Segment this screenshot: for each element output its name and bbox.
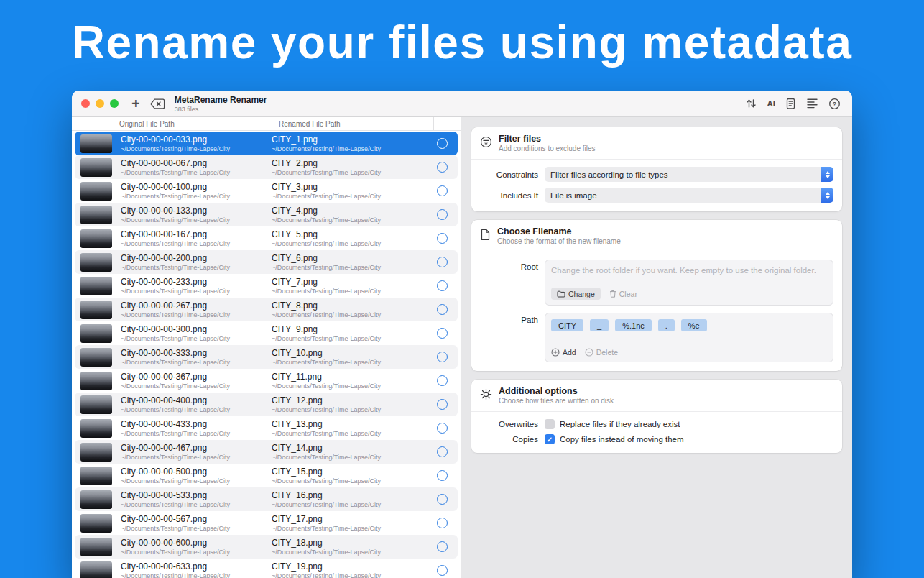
renamed-path: ~/Documents/Testing/Time-Lapse/City	[272, 406, 427, 413]
row-select-radio[interactable]	[437, 304, 448, 315]
sort-icon[interactable]	[745, 98, 757, 109]
includes-if-select[interactable]: File is image	[545, 188, 833, 203]
table-row[interactable]: City-00-00-00-533.png ~/Documents/Testin…	[75, 487, 458, 511]
row-select-radio[interactable]	[437, 209, 448, 220]
table-row[interactable]: City-00-00-00-400.png ~/Documents/Testin…	[75, 393, 458, 416]
table-row[interactable]: City-00-00-00-333.png ~/Documents/Testin…	[75, 345, 458, 369]
original-filename: City-00-00-00-433.png	[121, 419, 257, 429]
original-filename: City-00-00-00-367.png	[121, 372, 257, 382]
renamed-filename: CITY_10.png	[272, 348, 427, 358]
path-token[interactable]: .	[658, 319, 675, 331]
folder-icon	[557, 290, 565, 298]
row-select-radio[interactable]	[437, 352, 448, 362]
original-path: ~/Documents/Testing/Time-Lapse/City	[121, 359, 257, 366]
row-select-radio[interactable]	[437, 399, 448, 410]
renamed-path: ~/Documents/Testing/Time-Lapse/City	[272, 264, 427, 271]
table-row[interactable]: City-00-00-00-133.png ~/Documents/Testin…	[75, 203, 458, 226]
path-token[interactable]: CITY	[551, 319, 583, 331]
erase-left-icon[interactable]	[150, 98, 165, 109]
table-row[interactable]: City-00-00-00-100.png ~/Documents/Testin…	[75, 179, 458, 203]
renamed-filename: CITY_12.png	[272, 395, 427, 405]
renamed-path: ~/Documents/Testing/Time-Lapse/City	[272, 216, 427, 224]
minimize-button[interactable]	[96, 99, 104, 108]
list-icon[interactable]	[806, 98, 818, 109]
document-icon	[480, 229, 491, 244]
table-row[interactable]: City-00-00-00-067.png ~/Documents/Testin…	[75, 155, 458, 179]
renamed-filename: CITY_16.png	[272, 490, 427, 500]
row-select-radio[interactable]	[437, 494, 448, 505]
table-row[interactable]: City-00-00-00-633.png ~/Documents/Testin…	[75, 559, 458, 578]
table-row[interactable]: City-00-00-00-033.png ~/Documents/Testin…	[75, 132, 458, 155]
copies-label: Copies	[480, 435, 545, 444]
row-select-radio[interactable]	[437, 375, 448, 386]
path-token[interactable]: %e	[681, 319, 707, 331]
table-row[interactable]: City-00-00-00-600.png ~/Documents/Testin…	[75, 535, 458, 559]
row-select-radio[interactable]	[437, 423, 448, 434]
choose-filename-card: Choose Filename Choose the format of the…	[471, 220, 842, 371]
file-thumbnail	[80, 490, 112, 509]
table-row[interactable]: City-00-00-00-167.png ~/Documents/Testin…	[75, 226, 458, 250]
root-folder-input[interactable]: Change the root folder if you want. Keep…	[551, 266, 827, 283]
renamed-filename: CITY_17.png	[272, 514, 427, 524]
row-select-radio[interactable]	[437, 185, 448, 196]
table-row[interactable]: City-00-00-00-267.png ~/Documents/Testin…	[75, 298, 458, 321]
row-select-radio[interactable]	[437, 541, 448, 552]
table-row[interactable]: City-00-00-00-200.png ~/Documents/Testin…	[75, 250, 458, 274]
delete-token-button[interactable]: Delete	[585, 348, 618, 357]
path-tokens: CITY_%.1nc.%e	[551, 319, 827, 334]
renamed-filename: CITY_8.png	[272, 301, 427, 311]
options-card-subtitle: Choose how files are written on disk	[499, 397, 614, 405]
original-filename: City-00-00-00-233.png	[121, 277, 257, 287]
help-icon[interactable]: ?	[828, 98, 841, 110]
constraints-label: Constraints	[480, 170, 545, 179]
overwrites-checkbox[interactable]	[545, 419, 555, 429]
row-select-radio[interactable]	[437, 257, 448, 267]
table-row[interactable]: City-00-00-00-367.png ~/Documents/Testin…	[75, 369, 458, 393]
traffic-lights	[72, 99, 119, 108]
original-path: ~/Documents/Testing/Time-Lapse/City	[121, 501, 257, 508]
path-token[interactable]: %.1nc	[615, 319, 652, 331]
renamed-path: ~/Documents/Testing/Time-Lapse/City	[272, 382, 427, 390]
file-thumbnail	[80, 443, 112, 462]
row-select-radio[interactable]	[437, 328, 448, 339]
row-select-radio[interactable]	[437, 138, 448, 149]
renamed-filename: CITY_5.png	[272, 229, 427, 239]
row-select-radio[interactable]	[437, 162, 448, 173]
table-row[interactable]: City-00-00-00-567.png ~/Documents/Testin…	[75, 511, 458, 535]
chevron-up-down-icon	[821, 188, 833, 203]
constraints-select[interactable]: Filter files according to file types	[545, 167, 833, 182]
renamed-filename: CITY_1.png	[272, 134, 427, 144]
table-row[interactable]: City-00-00-00-433.png ~/Documents/Testin…	[75, 416, 458, 440]
row-select-radio[interactable]	[437, 565, 448, 576]
zoom-button[interactable]	[110, 99, 119, 108]
row-select-radio[interactable]	[437, 446, 448, 457]
original-path: ~/Documents/Testing/Time-Lapse/City	[121, 311, 257, 318]
add-token-button[interactable]: Add	[551, 348, 576, 357]
add-files-icon[interactable]: +	[131, 96, 140, 111]
row-select-radio[interactable]	[437, 470, 448, 481]
close-button[interactable]	[81, 99, 90, 108]
table-row[interactable]: City-00-00-00-467.png ~/Documents/Testin…	[75, 440, 458, 464]
clear-root-button[interactable]: Clear	[609, 290, 637, 298]
change-root-button[interactable]: Change	[551, 288, 601, 300]
original-filename: City-00-00-00-467.png	[121, 443, 257, 453]
path-token[interactable]: _	[590, 319, 609, 331]
original-path: ~/Documents/Testing/Time-Lapse/City	[121, 572, 257, 578]
notes-icon[interactable]	[785, 98, 796, 110]
file-thumbnail	[80, 229, 112, 248]
table-row[interactable]: City-00-00-00-500.png ~/Documents/Testin…	[75, 464, 458, 487]
copies-checkbox[interactable]: ✓	[545, 434, 555, 444]
table-row[interactable]: City-00-00-00-233.png ~/Documents/Testin…	[75, 274, 458, 298]
column-header-original[interactable]: Original File Path	[119, 117, 264, 130]
column-header-renamed[interactable]: Renamed File Path	[264, 117, 434, 130]
file-thumbnail	[80, 348, 112, 367]
renamed-filename: CITY_4.png	[272, 206, 427, 216]
filename-card-title: Choose Filename	[497, 226, 621, 237]
text-format-icon[interactable]: AI	[767, 99, 776, 108]
row-select-radio[interactable]	[437, 280, 448, 291]
renamed-path: ~/Documents/Testing/Time-Lapse/City	[272, 454, 427, 461]
row-select-radio[interactable]	[437, 518, 448, 528]
table-row[interactable]: City-00-00-00-300.png ~/Documents/Testin…	[75, 321, 458, 345]
row-select-radio[interactable]	[437, 233, 448, 244]
renamed-filename: CITY_14.png	[272, 443, 427, 453]
